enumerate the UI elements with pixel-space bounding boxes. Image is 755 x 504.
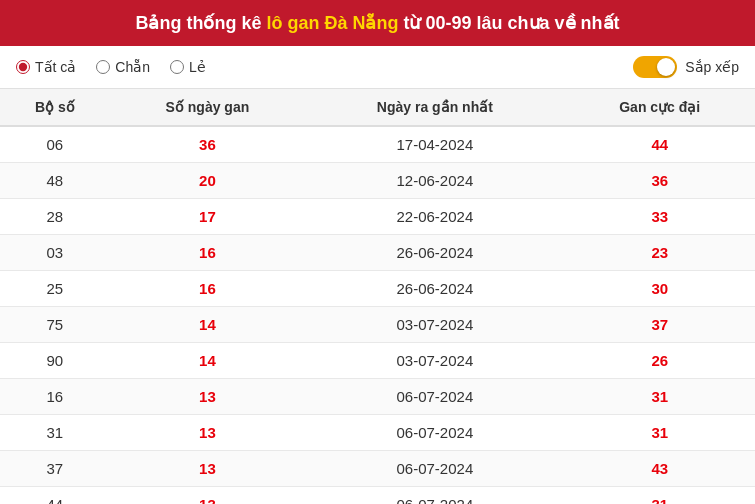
filter-le-label: Lẻ bbox=[189, 59, 206, 75]
cell-date: 26-06-2024 bbox=[305, 271, 564, 307]
cell-boso: 25 bbox=[0, 271, 110, 307]
table-row: 031626-06-202423 bbox=[0, 235, 755, 271]
cell-boso: 28 bbox=[0, 199, 110, 235]
cell-gan: 13 bbox=[110, 451, 306, 487]
filter-bar: Tất cả Chẵn Lẻ Sắp xếp bbox=[0, 46, 755, 89]
filter-options: Tất cả Chẵn Lẻ bbox=[16, 59, 206, 75]
cell-boso: 75 bbox=[0, 307, 110, 343]
col-header-gan: Số ngày gan bbox=[110, 89, 306, 126]
cell-boso: 44 bbox=[0, 487, 110, 505]
table-row: 251626-06-202430 bbox=[0, 271, 755, 307]
col-header-max: Gan cực đại bbox=[564, 89, 755, 126]
cell-max: 43 bbox=[564, 451, 755, 487]
cell-gan: 17 bbox=[110, 199, 306, 235]
cell-gan: 20 bbox=[110, 163, 306, 199]
cell-max: 33 bbox=[564, 199, 755, 235]
cell-boso: 03 bbox=[0, 235, 110, 271]
cell-date: 06-07-2024 bbox=[305, 379, 564, 415]
col-header-boso: Bộ số bbox=[0, 89, 110, 126]
cell-gan: 16 bbox=[110, 235, 306, 271]
cell-date: 03-07-2024 bbox=[305, 307, 564, 343]
table-row: 161306-07-202431 bbox=[0, 379, 755, 415]
cell-max: 36 bbox=[564, 163, 755, 199]
col-header-date: Ngày ra gần nhất bbox=[305, 89, 564, 126]
cell-gan: 13 bbox=[110, 415, 306, 451]
filter-tat-ca-radio[interactable] bbox=[16, 60, 30, 74]
cell-boso: 48 bbox=[0, 163, 110, 199]
table-row: 441306-07-202431 bbox=[0, 487, 755, 505]
cell-gan: 16 bbox=[110, 271, 306, 307]
title-highlight: lô gan Đà Nẵng bbox=[266, 13, 398, 33]
page-header: Bảng thống kê lô gan Đà Nẵng từ 00-99 lâ… bbox=[0, 0, 755, 46]
cell-boso: 37 bbox=[0, 451, 110, 487]
cell-max: 31 bbox=[564, 487, 755, 505]
cell-max: 31 bbox=[564, 415, 755, 451]
cell-date: 22-06-2024 bbox=[305, 199, 564, 235]
table-header-row: Bộ số Số ngày gan Ngày ra gần nhất Gan c… bbox=[0, 89, 755, 126]
title-prefix: Bảng thống kê bbox=[135, 13, 266, 33]
cell-date: 17-04-2024 bbox=[305, 126, 564, 163]
cell-max: 44 bbox=[564, 126, 755, 163]
filter-chan-radio[interactable] bbox=[96, 60, 110, 74]
table-row: 901403-07-202426 bbox=[0, 343, 755, 379]
data-table: Bộ số Số ngày gan Ngày ra gần nhất Gan c… bbox=[0, 89, 755, 504]
cell-boso: 16 bbox=[0, 379, 110, 415]
cell-gan: 13 bbox=[110, 487, 306, 505]
filter-tat-ca-label: Tất cả bbox=[35, 59, 76, 75]
cell-date: 12-06-2024 bbox=[305, 163, 564, 199]
cell-boso: 31 bbox=[0, 415, 110, 451]
cell-boso: 06 bbox=[0, 126, 110, 163]
cell-date: 06-07-2024 bbox=[305, 451, 564, 487]
cell-gan: 14 bbox=[110, 307, 306, 343]
table-row: 751403-07-202437 bbox=[0, 307, 755, 343]
sort-toggle-wrap: Sắp xếp bbox=[633, 56, 739, 78]
cell-date: 06-07-2024 bbox=[305, 415, 564, 451]
sort-toggle-label: Sắp xếp bbox=[685, 59, 739, 75]
table-row: 482012-06-202436 bbox=[0, 163, 755, 199]
cell-max: 26 bbox=[564, 343, 755, 379]
table-row: 281722-06-202433 bbox=[0, 199, 755, 235]
table-row: 311306-07-202431 bbox=[0, 415, 755, 451]
filter-tat-ca[interactable]: Tất cả bbox=[16, 59, 76, 75]
cell-boso: 90 bbox=[0, 343, 110, 379]
title-suffix: từ 00-99 lâu chưa về nhất bbox=[398, 13, 619, 33]
page-title: Bảng thống kê lô gan Đà Nẵng từ 00-99 lâ… bbox=[16, 12, 739, 34]
cell-gan: 13 bbox=[110, 379, 306, 415]
cell-date: 26-06-2024 bbox=[305, 235, 564, 271]
filter-le-radio[interactable] bbox=[170, 60, 184, 74]
cell-max: 37 bbox=[564, 307, 755, 343]
sort-toggle[interactable] bbox=[633, 56, 677, 78]
filter-chan-label: Chẵn bbox=[115, 59, 150, 75]
cell-max: 23 bbox=[564, 235, 755, 271]
table-row: 063617-04-202444 bbox=[0, 126, 755, 163]
filter-le[interactable]: Lẻ bbox=[170, 59, 206, 75]
cell-date: 06-07-2024 bbox=[305, 487, 564, 505]
cell-gan: 14 bbox=[110, 343, 306, 379]
cell-gan: 36 bbox=[110, 126, 306, 163]
cell-date: 03-07-2024 bbox=[305, 343, 564, 379]
cell-max: 30 bbox=[564, 271, 755, 307]
table-row: 371306-07-202443 bbox=[0, 451, 755, 487]
filter-chan[interactable]: Chẵn bbox=[96, 59, 150, 75]
cell-max: 31 bbox=[564, 379, 755, 415]
